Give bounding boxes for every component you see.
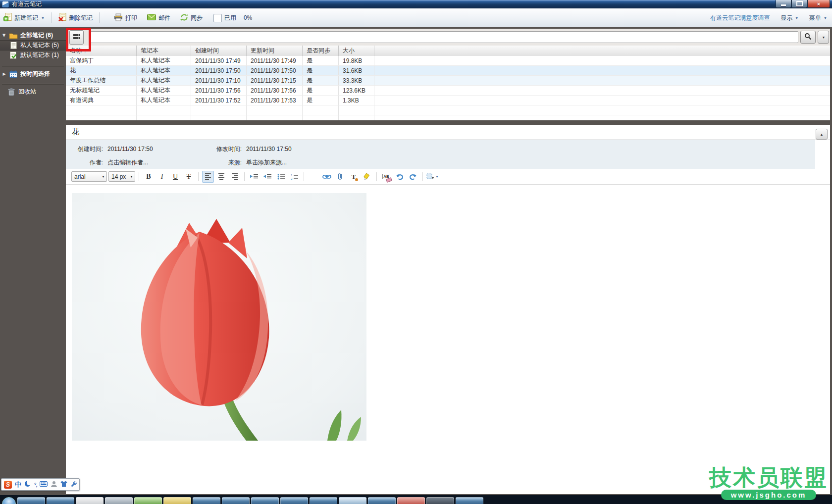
cell-empty <box>303 105 339 115</box>
note-table-header: 名称 ↑ 笔记本 创建时间 更新时间 是否同步 大小 <box>66 46 830 56</box>
taskbar-app-button[interactable] <box>368 497 396 504</box>
ime-language-bar[interactable]: S 中 °, <box>1 478 80 491</box>
redo-button[interactable] <box>407 171 419 183</box>
table-row[interactable]: 宫保鸡丁私人笔记本2011/11/30 17:492011/11/30 17:4… <box>66 56 830 66</box>
windows-taskbar[interactable] <box>0 495 832 504</box>
titlebar: 有道云笔记 × <box>0 0 832 8</box>
soft-keyboard-icon[interactable] <box>40 481 48 488</box>
bullet-list-button[interactable] <box>275 171 287 183</box>
toolbar-separator <box>51 12 52 23</box>
taskbar-app-button[interactable] <box>456 497 483 504</box>
column-header-synced[interactable]: 是否同步 <box>303 46 339 56</box>
clear-format-button[interactable]: AB <box>380 171 392 183</box>
taskbar-app-button[interactable] <box>339 497 366 504</box>
font-color-button[interactable]: T <box>348 171 360 183</box>
font-size-select[interactable]: 14 px ▼ <box>108 171 135 182</box>
new-note-button[interactable]: 新建笔记 ▼ <box>0 11 48 25</box>
taskbar-app-button[interactable] <box>310 497 337 504</box>
taskbar-app-button[interactable] <box>193 497 220 504</box>
toolbar-separator <box>99 12 100 23</box>
scroll-up-button[interactable]: ▲ <box>816 129 828 140</box>
main-menu-button[interactable]: 菜单 ▼ <box>809 14 827 22</box>
numbered-list-button[interactable]: 12 <box>288 171 300 183</box>
note-metadata: 创建时间: 2011/11/30 17:50 修改时间: 2011/11/30 … <box>66 140 815 169</box>
skin-shirt-icon[interactable] <box>60 481 67 489</box>
search-options-button[interactable]: ▼ <box>818 31 829 44</box>
window-controls: × <box>776 0 830 8</box>
delete-note-button[interactable]: 删除笔记 <box>54 11 96 25</box>
print-icon <box>114 13 123 23</box>
sogou-logo-icon[interactable]: S <box>4 481 12 489</box>
bold-button[interactable]: B <box>143 171 155 183</box>
note-content-area[interactable] <box>66 185 830 494</box>
source-placeholder[interactable]: 单击添加来源... <box>246 158 343 167</box>
taskbar-app-button[interactable] <box>397 497 425 504</box>
align-left-button[interactable] <box>202 171 214 183</box>
close-button[interactable]: × <box>807 0 830 8</box>
toolbar-separator <box>304 172 304 181</box>
cell-synced: 是 <box>303 66 339 75</box>
user-profile-icon[interactable] <box>51 481 57 489</box>
table-row[interactable]: 有道词典私人笔记本2011/11/30 17:522011/11/30 17:5… <box>66 96 830 105</box>
column-header-size[interactable]: 大小 <box>339 46 374 56</box>
table-row[interactable]: 年度工作总结私人笔记本2011/11/30 17:102011/11/30 17… <box>66 76 830 86</box>
sync-button[interactable]: 同步 <box>177 11 206 25</box>
attachment-button[interactable] <box>334 171 346 183</box>
horizontal-rule-button[interactable]: — <box>308 171 319 183</box>
column-header-notebook[interactable]: 笔记本 <box>137 46 191 56</box>
sidebar-item-default-notebook[interactable]: 默认笔记本 (1) <box>0 50 66 60</box>
chevron-down-icon[interactable]: ▼ <box>41 16 45 20</box>
column-header-updated[interactable]: 更新时间 <box>247 46 303 56</box>
strikethrough-button[interactable]: T <box>183 171 195 183</box>
survey-link[interactable]: 有道云笔记满意度调查 <box>710 14 770 22</box>
column-header-created[interactable]: 创建时间 <box>191 46 247 56</box>
column-label: 大小 <box>343 47 355 55</box>
fullwidth-moon-icon[interactable] <box>24 480 31 489</box>
start-button[interactable] <box>2 497 16 504</box>
expand-arrow-icon[interactable]: ▶ <box>2 33 6 38</box>
storage-progress-icon <box>213 14 222 22</box>
sidebar-item-trash[interactable]: 回收站 <box>0 87 66 97</box>
display-menu-button[interactable]: 显示 ▼ <box>780 14 798 22</box>
search-button[interactable] <box>800 31 816 44</box>
taskbar-app-button[interactable] <box>47 497 74 504</box>
search-input[interactable] <box>89 31 798 43</box>
sidebar-item-all-notes[interactable]: ▶ 全部笔记 (6) <box>0 31 66 40</box>
indent-button[interactable] <box>248 171 260 183</box>
link-button[interactable] <box>321 171 333 183</box>
taskbar-app-button[interactable] <box>17 497 45 504</box>
collapse-arrow-icon[interactable]: ▶ <box>2 72 6 76</box>
table-row[interactable]: 花私人笔记本2011/11/30 17:502011/11/30 17:50是3… <box>66 66 830 76</box>
mail-button[interactable]: 邮件 <box>144 12 174 24</box>
highlight-button[interactable] <box>361 171 373 183</box>
taskbar-app-button[interactable] <box>105 497 133 504</box>
font-family-select[interactable]: arial ▼ <box>71 171 107 182</box>
column-header-name[interactable]: 名称 ↑ <box>66 46 137 56</box>
sidebar-item-private-notebook[interactable]: 私人笔记本 (5) <box>0 40 66 50</box>
taskbar-app-button[interactable] <box>251 497 279 504</box>
align-right-button[interactable] <box>229 171 241 183</box>
undo-button[interactable] <box>394 171 406 183</box>
cell-filler <box>374 96 830 105</box>
taskbar-app-button[interactable] <box>426 497 454 504</box>
align-center-button[interactable] <box>215 171 227 183</box>
minimize-button[interactable] <box>776 0 791 8</box>
insert-table-button[interactable]: ▼ <box>426 171 439 183</box>
print-button[interactable]: 打印 <box>110 11 141 25</box>
taskbar-app-button[interactable] <box>222 497 250 504</box>
ime-mode-indicator[interactable]: 中 <box>15 480 21 489</box>
sidebar-item-by-time[interactable]: ▶ 按时间选择 <box>0 69 66 79</box>
taskbar-app-button[interactable] <box>280 497 308 504</box>
settings-wrench-icon[interactable] <box>70 481 77 489</box>
view-toggle-button[interactable] <box>69 30 84 45</box>
taskbar-app-button[interactable] <box>134 497 162 504</box>
italic-button[interactable]: I <box>156 171 168 183</box>
outdent-button[interactable] <box>261 171 273 183</box>
taskbar-app-button[interactable] <box>163 497 191 504</box>
table-row[interactable]: 无标题笔记私人笔记本2011/11/30 17:562011/11/30 17:… <box>66 86 830 96</box>
punctuation-toggle[interactable]: °, <box>34 482 37 488</box>
underline-button[interactable]: U <box>169 171 181 183</box>
author-placeholder[interactable]: 点击编辑作者... <box>107 158 205 167</box>
maximize-button[interactable] <box>791 0 807 8</box>
taskbar-app-button[interactable] <box>76 497 104 504</box>
